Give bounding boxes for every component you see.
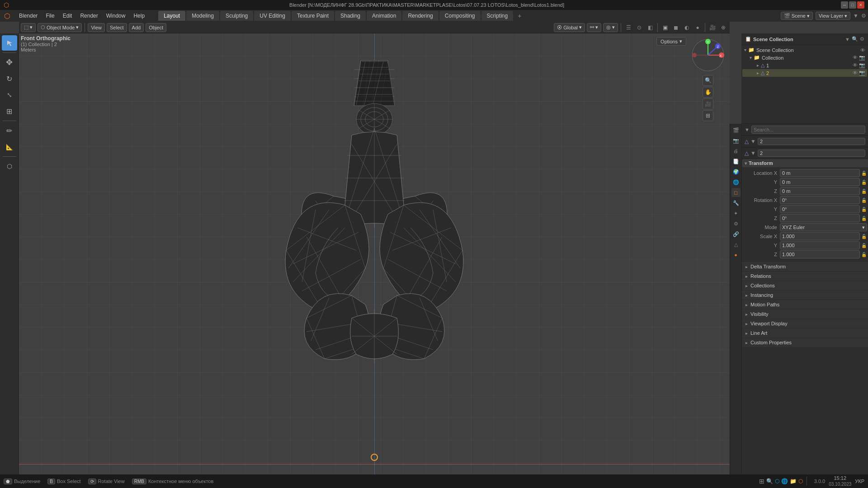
- delta-transform-header[interactable]: ▸ Delta Transform: [742, 262, 868, 271]
- obj-name[interactable]: 2: [758, 138, 865, 145]
- prop-filter-icon[interactable]: ▼: [745, 127, 750, 132]
- instancing-header[interactable]: ▸ Instancing: [742, 291, 868, 300]
- add-menu[interactable]: Add: [129, 23, 144, 32]
- prop-icon-physics[interactable]: ⚙: [731, 219, 741, 228]
- taskbar-search[interactable]: 🔍: [766, 478, 773, 484]
- wireframe-btn[interactable]: ▣: [660, 23, 670, 32]
- nav-gizmo[interactable]: X Y Z: [690, 37, 726, 73]
- location-y-field[interactable]: 0 m: [780, 178, 860, 186]
- prop-icon-output[interactable]: 🖨: [731, 146, 741, 155]
- measure-tool[interactable]: 📐: [2, 139, 17, 155]
- obj-data-filter-icon[interactable]: ▼: [750, 150, 756, 156]
- viewport-shading-icon[interactable]: ☰: [624, 23, 633, 32]
- gizmo-btn[interactable]: ⊕: [719, 23, 728, 32]
- add-tool[interactable]: ⬡: [2, 159, 17, 174]
- menu-window[interactable]: Window: [103, 11, 129, 21]
- overlay-icon[interactable]: ⊙: [635, 23, 644, 32]
- location-y-lock[interactable]: 🔓: [861, 179, 867, 185]
- solid-btn[interactable]: ◼: [671, 23, 680, 32]
- hand-btn[interactable]: ✋: [703, 87, 713, 98]
- prop-icon-particles[interactable]: ✦: [731, 209, 741, 218]
- camera-btn[interactable]: 🎥: [708, 23, 717, 32]
- move-tool[interactable]: ✥: [2, 55, 17, 70]
- tab-sculpting[interactable]: Sculpting: [220, 11, 253, 21]
- topbar-filter-icon[interactable]: ▼: [853, 13, 859, 19]
- obj-filter-icon[interactable]: ▼: [750, 138, 756, 145]
- viewport-display-header[interactable]: ▸ Viewport Display: [742, 319, 868, 328]
- maximize-button[interactable]: □: [849, 1, 856, 9]
- scale-y-lock[interactable]: 🔓: [861, 242, 867, 249]
- location-x-lock[interactable]: 🔓: [861, 170, 867, 176]
- scale-x-lock[interactable]: 🔓: [861, 233, 867, 239]
- tab-uv-editing[interactable]: UV Editing: [254, 11, 291, 21]
- viewport[interactable]: Front Orthographic (1) Collection | 2 Me…: [19, 33, 730, 474]
- object-menu[interactable]: Object: [146, 23, 166, 32]
- proportional-edit[interactable]: ◎ ▾: [603, 23, 618, 32]
- tab-layout[interactable]: Layout: [158, 11, 185, 21]
- menu-render[interactable]: Render: [76, 11, 101, 21]
- tab-shading[interactable]: Shading: [335, 11, 366, 21]
- prop-icon-view-layer[interactable]: 📑: [731, 157, 741, 166]
- i2-render-icon[interactable]: 📷: [859, 70, 865, 76]
- prop-icon-data[interactable]: △: [731, 240, 741, 249]
- tab-animation[interactable]: Animation: [367, 11, 401, 21]
- tab-modeling[interactable]: Modeling: [186, 11, 219, 21]
- rotation-z-field[interactable]: 0°: [780, 214, 860, 222]
- transform-header[interactable]: ▾ Transform: [742, 159, 868, 167]
- line-art-header[interactable]: ▸ Line Art: [742, 328, 868, 338]
- scale-z-field[interactable]: 1.000: [780, 250, 860, 258]
- col-eye-icon[interactable]: 👁: [853, 55, 858, 61]
- prop-icon-material[interactable]: ●: [731, 250, 741, 259]
- scale-x-field[interactable]: 1.000: [780, 232, 860, 240]
- scale-z-lock[interactable]: 🔓: [861, 251, 867, 258]
- language-indicator[interactable]: УКР: [855, 479, 864, 484]
- view-layer-dropdown[interactable]: View Layer ▾: [816, 12, 850, 20]
- taskbar-blender[interactable]: ⬡: [798, 478, 803, 484]
- i1-eye-icon[interactable]: 👁: [853, 62, 858, 68]
- rotation-y-field[interactable]: 0°: [780, 205, 860, 213]
- location-z-field[interactable]: 0 m: [780, 187, 860, 195]
- view-menu[interactable]: View: [88, 23, 105, 32]
- xray-icon[interactable]: ◧: [646, 23, 655, 32]
- prop-icon-scene-props[interactable]: 🌍: [731, 167, 741, 176]
- i2-eye-icon[interactable]: 👁: [853, 70, 858, 76]
- menu-help[interactable]: Help: [130, 11, 148, 21]
- outliner-search-icon[interactable]: 🔍: [852, 36, 858, 42]
- tab-rendering[interactable]: Rendering: [402, 11, 438, 21]
- prop-icon-object[interactable]: ◻: [731, 188, 741, 197]
- select-menu[interactable]: Select: [107, 23, 127, 32]
- prop-icon-constraints[interactable]: 🔗: [731, 230, 741, 239]
- outliner-options-icon[interactable]: ⚙: [860, 36, 864, 42]
- select-tool[interactable]: [2, 35, 17, 51]
- menu-edit[interactable]: Edit: [59, 11, 76, 21]
- taskbar-start[interactable]: ⊞: [759, 478, 764, 485]
- location-z-lock[interactable]: 🔓: [861, 188, 867, 194]
- prop-search-input[interactable]: [751, 126, 865, 134]
- outliner-item-2[interactable]: ▸ △ 2 👁 📷: [742, 69, 867, 77]
- rotation-mode-dropdown[interactable]: XYZ Euler ▾: [780, 223, 867, 231]
- prop-icon-render[interactable]: 📷: [731, 136, 741, 145]
- material-preview-btn[interactable]: ◐: [682, 23, 691, 32]
- add-workspace-button[interactable]: +: [514, 11, 525, 21]
- tab-scripting[interactable]: Scripting: [481, 11, 514, 21]
- transform-tool[interactable]: ⊞: [2, 103, 17, 119]
- i1-render-icon[interactable]: 📷: [859, 62, 865, 68]
- options-dropdown[interactable]: Options ▾: [656, 37, 686, 46]
- outliner-scene-collection[interactable]: ▾ 📁 Scene Collection 👁: [742, 46, 867, 54]
- relations-header[interactable]: ▸ Relations: [742, 272, 868, 281]
- mode-dropdown[interactable]: ⬡ Object Mode ▾: [38, 23, 82, 32]
- location-x-field[interactable]: 0 m: [780, 169, 860, 177]
- rotation-x-lock[interactable]: 🔓: [861, 197, 867, 203]
- zoom-in-btn[interactable]: 🔍: [703, 75, 713, 86]
- collections-header[interactable]: ▸ Collections: [742, 281, 868, 290]
- annotate-tool[interactable]: ✏: [2, 123, 17, 138]
- rendered-btn[interactable]: ●: [693, 23, 702, 32]
- scale-tool[interactable]: ⤡: [2, 87, 17, 103]
- grid-btn[interactable]: ⊞: [703, 110, 713, 121]
- rotation-y-lock[interactable]: 🔓: [861, 206, 867, 212]
- taskbar-chrome[interactable]: 🌐: [781, 478, 788, 484]
- obj-data-name[interactable]: 2: [758, 150, 865, 157]
- custom-properties-header[interactable]: ▸ Custom Properties: [742, 338, 868, 347]
- scale-y-field[interactable]: 1.000: [780, 241, 860, 249]
- sc-eye-icon[interactable]: 👁: [860, 47, 865, 53]
